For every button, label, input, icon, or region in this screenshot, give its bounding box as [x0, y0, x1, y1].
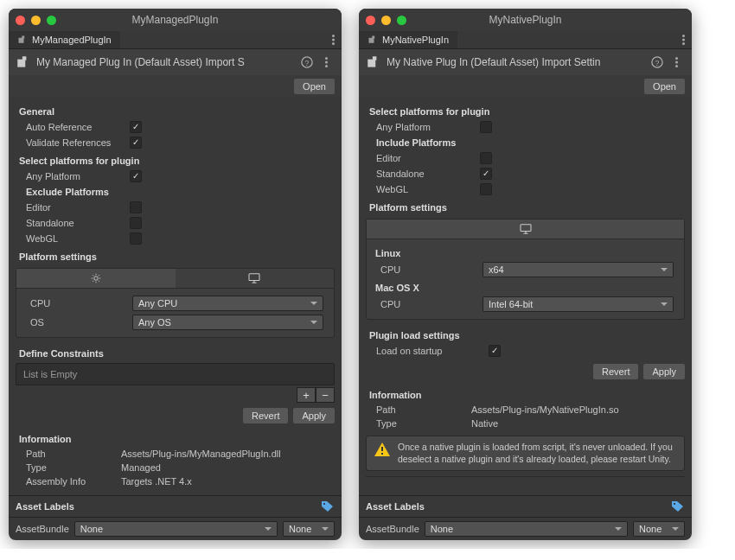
open-button[interactable]: Open [294, 79, 335, 94]
titlebar: MyManagedPlugIn [9, 9, 342, 31]
remove-constraint-button[interactable]: − [316, 387, 335, 403]
svg-rect-6 [22, 56, 27, 60]
any-platform-checkbox[interactable] [480, 121, 492, 133]
section-platforms: Select platforms for plugin [366, 101, 685, 119]
platform-tab-editor[interactable] [16, 269, 176, 288]
load-startup-checkbox[interactable] [489, 345, 501, 357]
platform-tab-standalone[interactable] [176, 269, 335, 288]
assetbundle-variant-dropdown[interactable]: None [633, 521, 685, 537]
svg-point-34 [674, 503, 675, 505]
svg-rect-32 [381, 447, 383, 451]
help-icon[interactable]: ? [651, 56, 663, 68]
plugin-icon [368, 35, 378, 45]
standalone-checkbox[interactable] [480, 168, 492, 180]
validate-references-checkbox[interactable] [130, 137, 142, 149]
any-platform-checkbox[interactable] [130, 170, 142, 182]
editor-checkbox[interactable] [130, 201, 142, 213]
type-label: Type [26, 462, 121, 473]
tag-icon[interactable] [321, 500, 335, 512]
minimize-icon[interactable] [381, 16, 391, 25]
path-label: Path [376, 404, 471, 415]
platform-settings-panel: CPUAny CPU OSAny OS [16, 268, 335, 338]
close-icon[interactable] [16, 16, 25, 25]
header-menu-button[interactable] [318, 54, 335, 71]
svg-point-3 [332, 39, 335, 41]
tag-icon[interactable] [671, 500, 685, 512]
type-value: Managed [121, 462, 161, 473]
linux-cpu-dropdown[interactable]: x64 [483, 262, 674, 277]
gear-icon [91, 273, 101, 283]
auto-reference-checkbox[interactable] [130, 121, 142, 133]
plugin-icon [16, 54, 31, 70]
type-value: Native [471, 418, 498, 429]
svg-point-16 [323, 503, 325, 505]
open-button[interactable]: Open [644, 79, 685, 94]
section-load-settings: Plugin load settings [366, 325, 685, 343]
load-startup-label: Load on startup [376, 346, 489, 356]
minimize-icon[interactable] [31, 16, 41, 25]
assetbundle-variant-dropdown[interactable]: None [283, 521, 335, 537]
inspector-tab[interactable]: MyNativePlugIn [359, 31, 457, 48]
footer: Asset Labels AssetBundle None None [9, 495, 342, 540]
window-title: MyNativePlugIn [359, 14, 692, 26]
editor-label: Editor [376, 153, 480, 163]
kebab-icon [325, 57, 328, 67]
constraints-empty: List is Empty [16, 363, 335, 385]
webgl-checkbox[interactable] [480, 183, 492, 195]
svg-point-2 [332, 35, 335, 37]
editor-label: Editor [26, 202, 130, 213]
inspector-tab[interactable]: MyManagedPlugIn [9, 31, 120, 48]
platform-settings-panel: Linux CPUx64 Mac OS X CPUIntel 64-bit [366, 219, 685, 320]
kebab-icon [332, 35, 335, 45]
assetbundle-dropdown[interactable]: None [74, 521, 278, 537]
svg-point-28 [675, 65, 678, 67]
svg-rect-33 [381, 453, 383, 455]
section-general: General [16, 101, 335, 119]
revert-button[interactable]: Revert [243, 408, 288, 423]
cpu-label: CPU [380, 264, 483, 275]
type-label: Type [376, 418, 471, 429]
svg-rect-18 [372, 36, 374, 39]
add-constraint-button[interactable]: + [297, 387, 316, 403]
tab-menu-button[interactable] [325, 31, 342, 48]
os-label: OS [30, 317, 132, 328]
tab-bar: MyManagedPlugIn [9, 31, 342, 49]
help-icon[interactable]: ? [301, 56, 313, 68]
svg-rect-17 [369, 38, 374, 43]
inspector-header: My Managed Plug In (Default Asset) Impor… [9, 49, 342, 75]
inspector-content[interactable]: General Auto Reference Validate Referenc… [9, 98, 342, 495]
section-platform-settings: Platform settings [16, 246, 335, 264]
cpu-dropdown[interactable]: Any CPU [132, 296, 323, 311]
apply-button[interactable]: Apply [643, 364, 685, 379]
close-icon[interactable] [366, 16, 375, 25]
section-information: Information [366, 385, 685, 403]
assembly-info-value: Targets .NET 4.x [121, 476, 192, 487]
maximize-icon[interactable] [397, 16, 406, 25]
svg-rect-13 [249, 274, 259, 281]
standalone-checkbox[interactable] [130, 217, 142, 229]
editor-checkbox[interactable] [480, 152, 492, 164]
mac-cpu-dropdown[interactable]: Intel 64-bit [483, 296, 674, 312]
platform-tab-standalone[interactable] [367, 220, 684, 239]
revert-button[interactable]: Revert [593, 364, 638, 379]
maximize-icon[interactable] [47, 16, 56, 25]
header-menu-button[interactable] [668, 54, 685, 71]
apply-button[interactable]: Apply [293, 408, 335, 423]
svg-point-27 [675, 61, 678, 64]
os-dropdown[interactable]: Any OS [132, 315, 323, 330]
webgl-checkbox[interactable] [130, 232, 142, 245]
any-platform-label: Any Platform [26, 171, 130, 181]
titlebar: MyNativePlugIn [359, 9, 692, 31]
assetbundle-dropdown[interactable]: None [425, 521, 628, 537]
native-plugin-window: MyNativePlugIn MyNativePlugIn My Native … [359, 9, 692, 540]
section-constraints: Define Constraints [16, 343, 335, 361]
path-value: Assets/Plug-ins/MyNativePlugIn.so [471, 404, 619, 415]
svg-rect-29 [521, 225, 531, 232]
standalone-label: Standalone [376, 169, 480, 179]
inspector-content[interactable]: Select platforms for plugin Any Platform… [359, 98, 692, 495]
plugin-icon [17, 35, 28, 45]
svg-point-20 [682, 39, 685, 41]
exclude-platforms-label: Exclude Platforms [16, 184, 335, 200]
tab-menu-button[interactable] [675, 31, 692, 48]
warning-icon [374, 442, 391, 457]
